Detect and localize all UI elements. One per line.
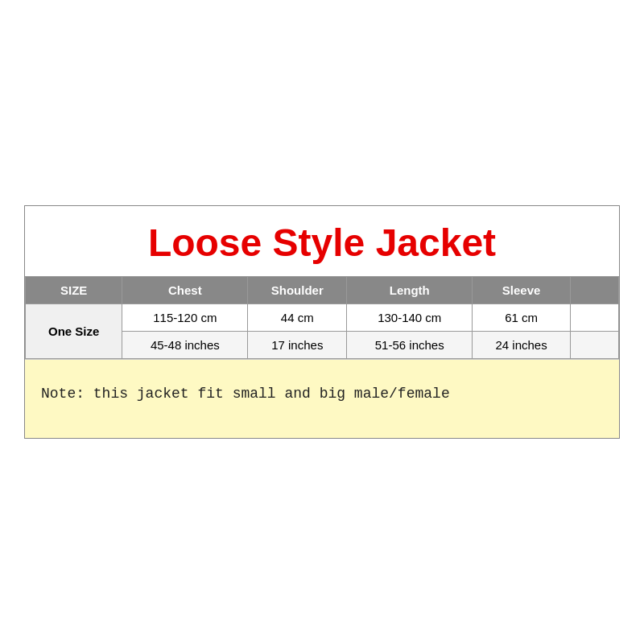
chest-cm-value: 115-120 cm xyxy=(122,304,248,332)
page-wrapper: Loose Style Jacket SIZE Chest Shoulder L… xyxy=(0,0,644,644)
table-row: One Size 115-120 cm 44 cm 130-140 cm 61 … xyxy=(26,304,619,332)
chest-in-value: 45-48 inches xyxy=(122,332,248,359)
col-header-chest: Chest xyxy=(122,277,248,304)
col-header-length: Length xyxy=(347,277,473,304)
col-header-size: SIZE xyxy=(26,277,122,304)
length-cm-value: 130-140 cm xyxy=(347,304,473,332)
shoulder-cm-value: 44 cm xyxy=(248,304,347,332)
sleeve-cm-value: 61 cm xyxy=(473,304,571,332)
product-title: Loose Style Jacket xyxy=(33,221,611,265)
col-header-extra xyxy=(571,277,619,304)
shoulder-in-value: 17 inches xyxy=(248,332,347,359)
extra-cm xyxy=(571,304,619,332)
col-header-shoulder: Shoulder xyxy=(248,277,347,304)
length-in-value: 51-56 inches xyxy=(347,332,473,359)
extra-in xyxy=(571,332,619,359)
table-header-row: SIZE Chest Shoulder Length Sleeve xyxy=(26,277,619,304)
note-section: Note: this jacket fit small and big male… xyxy=(25,359,619,438)
card-title-section: Loose Style Jacket xyxy=(25,206,619,276)
product-card: Loose Style Jacket SIZE Chest Shoulder L… xyxy=(24,205,620,439)
sleeve-in-value: 24 inches xyxy=(473,332,571,359)
size-table: SIZE Chest Shoulder Length Sleeve One Si… xyxy=(25,276,619,359)
size-label: One Size xyxy=(26,304,122,359)
col-header-sleeve: Sleeve xyxy=(473,277,571,304)
note-text: Note: this jacket fit small and big male… xyxy=(41,382,603,406)
